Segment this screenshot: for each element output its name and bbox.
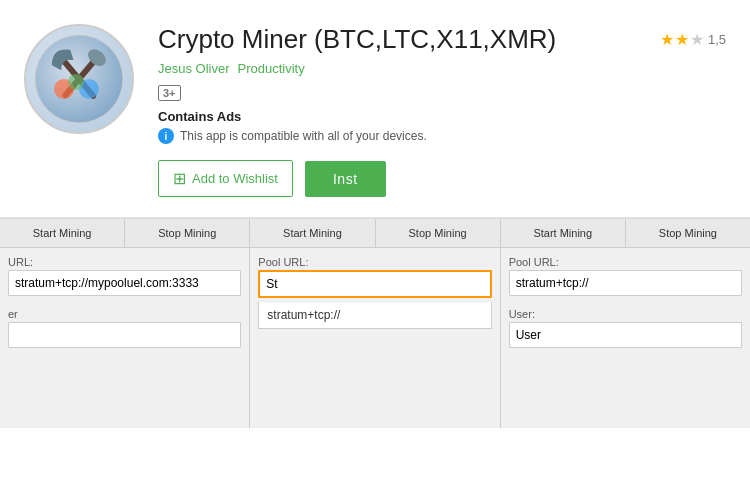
- panel-3-url-field: Pool URL:: [509, 256, 742, 296]
- app-icon: [24, 24, 134, 134]
- action-row: ⊞ Add to Wishlist Inst: [158, 160, 726, 197]
- panel-3-stop-btn[interactable]: Stop Mining: [626, 219, 750, 247]
- panel-1-user-label: er: [8, 308, 241, 320]
- star-rating: ★ ★ ★: [660, 30, 704, 49]
- age-badge: 3+: [158, 85, 181, 101]
- rating-count: 1,5: [708, 32, 726, 47]
- panel-2-url-input[interactable]: [258, 270, 491, 298]
- panel-1-user-input[interactable]: [8, 322, 241, 348]
- panel-3-user-label: User:: [509, 308, 742, 320]
- install-button[interactable]: Inst: [305, 161, 386, 197]
- panel-3-buttons: Start Mining Stop Mining: [501, 219, 750, 248]
- compat-row: i This app is compatible with all of you…: [158, 128, 726, 144]
- screenshots-section: Start Mining Stop Mining URL: er Start M…: [0, 218, 750, 428]
- panel-3-url-label: Pool URL:: [509, 256, 742, 268]
- info-icon: i: [158, 128, 174, 144]
- panel-2-buttons: Start Mining Stop Mining: [250, 219, 499, 248]
- wishlist-button[interactable]: ⊞ Add to Wishlist: [158, 160, 293, 197]
- compat-text: This app is compatible with all of your …: [180, 129, 427, 143]
- star-1: ★: [660, 30, 674, 49]
- star-2: ★: [675, 30, 689, 49]
- panel-2-stop-btn[interactable]: Stop Mining: [376, 219, 500, 247]
- app-header: Crypto Miner (BTC,LTC,X11,XMR) Jesus Oli…: [0, 0, 750, 218]
- app-title: Crypto Miner (BTC,LTC,X11,XMR): [158, 24, 718, 55]
- panel-1-stop-btn[interactable]: Stop Mining: [125, 219, 249, 247]
- app-category[interactable]: Productivity: [238, 61, 305, 76]
- panel-1-url-field: URL:: [8, 256, 241, 296]
- panel-2: Start Mining Stop Mining Pool URL: strat…: [250, 219, 500, 428]
- panel-2-url-field: Pool URL:: [258, 256, 491, 298]
- app-meta: Jesus Oliver Productivity: [158, 61, 726, 76]
- panel-1-user-field: er: [8, 308, 241, 348]
- panel-1: Start Mining Stop Mining URL: er: [0, 219, 250, 428]
- app-rating: ★ ★ ★ 1,5: [660, 30, 726, 49]
- star-3: ★: [690, 30, 704, 49]
- panel-3-user-input[interactable]: [509, 322, 742, 348]
- wishlist-icon: ⊞: [173, 169, 186, 188]
- dropdown-suggestion[interactable]: stratum+tcp://: [258, 302, 491, 329]
- panel-2-start-btn[interactable]: Start Mining: [250, 219, 375, 247]
- panel-1-start-btn[interactable]: Start Mining: [0, 219, 125, 247]
- panel-1-url-label: URL:: [8, 256, 241, 268]
- contains-ads-label: Contains Ads: [158, 109, 726, 124]
- panel-1-url-input[interactable]: [8, 270, 241, 296]
- app-author[interactable]: Jesus Oliver: [158, 61, 230, 76]
- panel-3-start-btn[interactable]: Start Mining: [501, 219, 626, 247]
- panel-1-buttons: Start Mining Stop Mining: [0, 219, 249, 248]
- panel-3-url-input[interactable]: [509, 270, 742, 296]
- app-info: Crypto Miner (BTC,LTC,X11,XMR) Jesus Oli…: [158, 24, 726, 197]
- svg-point-6: [68, 74, 84, 90]
- panel-3: Start Mining Stop Mining Pool URL: User:: [501, 219, 750, 428]
- panel-3-user-field: User:: [509, 308, 742, 348]
- panel-2-url-label: Pool URL:: [258, 256, 491, 268]
